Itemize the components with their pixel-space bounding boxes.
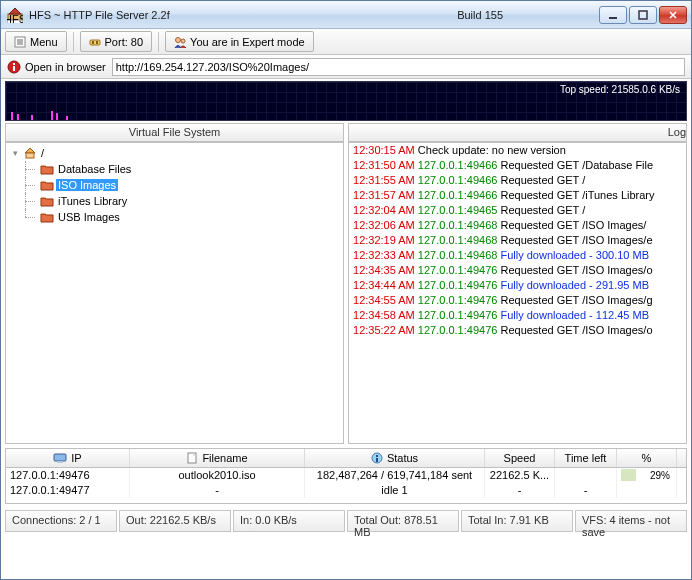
status-vfs: VFS: 4 items - not save <box>575 510 687 532</box>
log-row[interactable]: 12:31:50 AM 127.0.0.1:49466 Requested GE… <box>349 158 686 173</box>
cell-filename: - <box>130 483 305 498</box>
log-row[interactable]: 12:35:22 AM 127.0.0.1:49476 Requested GE… <box>349 323 686 338</box>
log-ip: 127.0.0.1:49468 <box>418 249 498 261</box>
cell-pct <box>617 483 677 498</box>
col-timeleft[interactable]: Time left <box>555 449 617 467</box>
tree-item[interactable]: USB Images <box>10 209 341 225</box>
info-icon <box>7 60 21 74</box>
log-row[interactable]: 12:31:55 AM 127.0.0.1:49466 Requested GE… <box>349 173 686 188</box>
cell-pct: 29% <box>617 468 677 483</box>
svg-rect-17 <box>13 66 15 71</box>
col-speed[interactable]: Speed <box>485 449 555 467</box>
svg-rect-19 <box>26 153 34 158</box>
col-filename[interactable]: Filename <box>130 449 305 467</box>
log-row[interactable]: 12:31:57 AM 127.0.0.1:49466 Requested GE… <box>349 188 686 203</box>
home-icon <box>23 147 37 159</box>
connection-row[interactable]: 127.0.0.1:49477-idle 1-- <box>6 483 686 498</box>
tree-item[interactable]: iTunes Library <box>10 193 341 209</box>
tree-item[interactable]: ISO Images <box>10 177 341 193</box>
folder-icon <box>40 195 54 207</box>
tree-item[interactable]: Database Files <box>10 161 341 177</box>
app-window: HFS HFS ~ HTTP File Server 2.2f Build 15… <box>0 0 692 580</box>
address-bar: Open in browser <box>1 55 691 79</box>
tree-item-label: iTunes Library <box>56 195 129 207</box>
log-msg: Requested GET /Database File <box>500 159 653 171</box>
port-button[interactable]: Port: 80 <box>80 31 153 52</box>
log-row[interactable]: 12:32:19 AM 127.0.0.1:49468 Requested GE… <box>349 233 686 248</box>
log-ip: 127.0.0.1:49476 <box>418 324 498 336</box>
menu-button[interactable]: Menu <box>5 31 67 52</box>
log-row[interactable]: 12:34:55 AM 127.0.0.1:49476 Requested GE… <box>349 293 686 308</box>
menu-label: Menu <box>30 36 58 48</box>
vfs-tree[interactable]: ▾ / Database Files ISO Images iTunes Lib… <box>5 142 344 444</box>
mode-button[interactable]: You are in Expert mode <box>165 31 314 52</box>
log-timestamp: 12:34:35 AM <box>353 264 415 276</box>
log-ip: 127.0.0.1:49466 <box>418 189 498 201</box>
log-header: Log <box>348 123 687 142</box>
log-ip: 127.0.0.1:49476 <box>418 309 498 321</box>
log-row[interactable]: 12:30:15 AM Check update: no new version <box>349 143 686 158</box>
log-ip: 127.0.0.1:49466 <box>418 174 498 186</box>
connection-row[interactable]: 127.0.0.1:49476outlook2010.iso182,487,26… <box>6 468 686 483</box>
status-in: In: 0.0 KB/s <box>233 510 345 532</box>
toolbar: Menu Port: 80 You are in Expert mode <box>1 29 691 55</box>
log-msg: Requested GET / <box>500 174 585 186</box>
log-msg: Requested GET /iTunes Library <box>500 189 654 201</box>
log-row[interactable]: 12:34:35 AM 127.0.0.1:49476 Requested GE… <box>349 263 686 278</box>
log-ip: 127.0.0.1:49476 <box>418 294 498 306</box>
log-msg: Requested GET /ISO Images/e <box>500 234 652 246</box>
log-timestamp: 12:34:58 AM <box>353 309 415 321</box>
url-input[interactable] <box>112 58 685 76</box>
minimize-button[interactable] <box>599 6 627 24</box>
log-msg: Requested GET /ISO Images/g <box>500 294 652 306</box>
build-label: Build 155 <box>457 9 503 21</box>
log-panel[interactable]: 12:30:15 AM Check update: no new version… <box>348 142 687 444</box>
maximize-button[interactable] <box>629 6 657 24</box>
titlebar[interactable]: HFS HFS ~ HTTP File Server 2.2f Build 15… <box>1 1 691 29</box>
status-bar: Connections: 2 / 1 Out: 22162.5 KB/s In:… <box>5 510 687 532</box>
log-msg: Fully downloaded - 112.45 MB <box>500 309 649 321</box>
col-pct[interactable]: % <box>617 449 677 467</box>
log-row[interactable]: 12:32:04 AM 127.0.0.1:49465 Requested GE… <box>349 203 686 218</box>
svg-rect-20 <box>54 454 66 461</box>
log-row[interactable]: 12:32:06 AM 127.0.0.1:49468 Requested GE… <box>349 218 686 233</box>
log-ip: 127.0.0.1:49468 <box>418 234 498 246</box>
port-label: Port: 80 <box>105 36 144 48</box>
col-ip[interactable]: IP <box>6 449 130 467</box>
tree-item-label: ISO Images <box>56 179 118 191</box>
log-ip: 127.0.0.1:49466 <box>418 159 498 171</box>
log-timestamp: 12:32:19 AM <box>353 234 415 246</box>
log-timestamp: 12:35:22 AM <box>353 324 415 336</box>
log-row[interactable]: 12:34:44 AM 127.0.0.1:49476 Fully downlo… <box>349 278 686 293</box>
tree-root[interactable]: ▾ / <box>10 145 341 161</box>
log-msg: Requested GET /ISO Images/o <box>500 324 652 336</box>
cell-status: 182,487,264 / 619,741,184 sent <box>305 468 485 483</box>
cell-filename: outlook2010.iso <box>130 468 305 483</box>
connections-header[interactable]: IP Filename Status Speed Time left % <box>5 448 687 468</box>
log-timestamp: 12:34:44 AM <box>353 279 415 291</box>
log-row[interactable]: 12:34:58 AM 127.0.0.1:49476 Fully downlo… <box>349 308 686 323</box>
log-msg: Requested GET / <box>500 204 585 216</box>
connections-grid[interactable]: 127.0.0.1:49476outlook2010.iso182,487,26… <box>5 468 687 504</box>
log-timestamp: 12:32:06 AM <box>353 219 415 231</box>
log-ip: 127.0.0.1:49465 <box>418 204 498 216</box>
top-speed-label: Top speed: 21585.0.6 KB/s <box>560 84 680 95</box>
speed-graph[interactable]: Top speed: 21585.0.6 KB/s <box>5 81 687 121</box>
close-button[interactable] <box>659 6 687 24</box>
svg-rect-5 <box>639 11 647 19</box>
menu-icon <box>14 36 26 48</box>
status-connections: Connections: 2 / 1 <box>5 510 117 532</box>
ip-icon <box>53 452 67 464</box>
status-out: Out: 22162.5 KB/s <box>119 510 231 532</box>
log-ip: 127.0.0.1:49468 <box>418 219 498 231</box>
log-timestamp: 12:31:55 AM <box>353 174 415 186</box>
svg-rect-26 <box>376 458 378 462</box>
log-row[interactable]: 12:32:33 AM 127.0.0.1:49468 Fully downlo… <box>349 248 686 263</box>
open-in-browser-link[interactable]: Open in browser <box>7 60 106 74</box>
col-status[interactable]: Status <box>305 449 485 467</box>
cell-status: idle 1 <box>305 483 485 498</box>
window-title: HFS ~ HTTP File Server 2.2f <box>29 9 170 21</box>
log-timestamp: 12:34:55 AM <box>353 294 415 306</box>
collapse-icon[interactable]: ▾ <box>10 148 21 158</box>
status-total-out: Total Out: 878.51 MB <box>347 510 459 532</box>
